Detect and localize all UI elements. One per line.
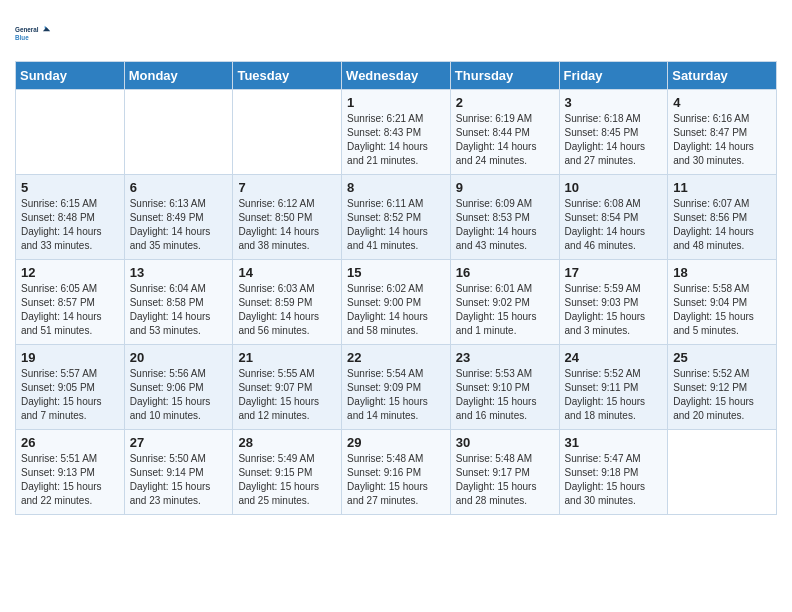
calendar-cell: 25Sunrise: 5:52 AMSunset: 9:12 PMDayligh… bbox=[668, 345, 777, 430]
day-header-wednesday: Wednesday bbox=[342, 62, 451, 90]
calendar-cell bbox=[668, 430, 777, 515]
calendar-cell: 28Sunrise: 5:49 AMSunset: 9:15 PMDayligh… bbox=[233, 430, 342, 515]
day-content: Sunrise: 6:03 AMSunset: 8:59 PMDaylight:… bbox=[238, 282, 336, 338]
day-header-tuesday: Tuesday bbox=[233, 62, 342, 90]
calendar-cell: 2Sunrise: 6:19 AMSunset: 8:44 PMDaylight… bbox=[450, 90, 559, 175]
week-row-3: 19Sunrise: 5:57 AMSunset: 9:05 PMDayligh… bbox=[16, 345, 777, 430]
calendar-cell: 1Sunrise: 6:21 AMSunset: 8:43 PMDaylight… bbox=[342, 90, 451, 175]
day-content: Sunrise: 6:21 AMSunset: 8:43 PMDaylight:… bbox=[347, 112, 445, 168]
calendar-cell: 8Sunrise: 6:11 AMSunset: 8:52 PMDaylight… bbox=[342, 175, 451, 260]
day-number: 14 bbox=[238, 265, 336, 280]
calendar-cell: 22Sunrise: 5:54 AMSunset: 9:09 PMDayligh… bbox=[342, 345, 451, 430]
day-number: 16 bbox=[456, 265, 554, 280]
day-number: 28 bbox=[238, 435, 336, 450]
day-content: Sunrise: 6:13 AMSunset: 8:49 PMDaylight:… bbox=[130, 197, 228, 253]
day-content: Sunrise: 5:48 AMSunset: 9:17 PMDaylight:… bbox=[456, 452, 554, 508]
header-row: SundayMondayTuesdayWednesdayThursdayFrid… bbox=[16, 62, 777, 90]
day-content: Sunrise: 6:16 AMSunset: 8:47 PMDaylight:… bbox=[673, 112, 771, 168]
calendar-cell: 26Sunrise: 5:51 AMSunset: 9:13 PMDayligh… bbox=[16, 430, 125, 515]
day-number: 1 bbox=[347, 95, 445, 110]
logo-icon: GeneralBlue bbox=[15, 15, 51, 51]
svg-text:Blue: Blue bbox=[15, 34, 29, 41]
day-header-monday: Monday bbox=[124, 62, 233, 90]
day-number: 24 bbox=[565, 350, 663, 365]
day-number: 21 bbox=[238, 350, 336, 365]
day-header-sunday: Sunday bbox=[16, 62, 125, 90]
calendar-cell: 18Sunrise: 5:58 AMSunset: 9:04 PMDayligh… bbox=[668, 260, 777, 345]
calendar-cell: 15Sunrise: 6:02 AMSunset: 9:00 PMDayligh… bbox=[342, 260, 451, 345]
calendar-cell: 19Sunrise: 5:57 AMSunset: 9:05 PMDayligh… bbox=[16, 345, 125, 430]
day-content: Sunrise: 5:59 AMSunset: 9:03 PMDaylight:… bbox=[565, 282, 663, 338]
calendar-cell: 30Sunrise: 5:48 AMSunset: 9:17 PMDayligh… bbox=[450, 430, 559, 515]
day-content: Sunrise: 6:15 AMSunset: 8:48 PMDaylight:… bbox=[21, 197, 119, 253]
calendar-cell: 9Sunrise: 6:09 AMSunset: 8:53 PMDaylight… bbox=[450, 175, 559, 260]
week-row-2: 12Sunrise: 6:05 AMSunset: 8:57 PMDayligh… bbox=[16, 260, 777, 345]
day-content: Sunrise: 6:02 AMSunset: 9:00 PMDaylight:… bbox=[347, 282, 445, 338]
calendar-cell: 20Sunrise: 5:56 AMSunset: 9:06 PMDayligh… bbox=[124, 345, 233, 430]
day-number: 3 bbox=[565, 95, 663, 110]
week-row-4: 26Sunrise: 5:51 AMSunset: 9:13 PMDayligh… bbox=[16, 430, 777, 515]
day-number: 4 bbox=[673, 95, 771, 110]
calendar-cell: 6Sunrise: 6:13 AMSunset: 8:49 PMDaylight… bbox=[124, 175, 233, 260]
day-content: Sunrise: 6:05 AMSunset: 8:57 PMDaylight:… bbox=[21, 282, 119, 338]
day-content: Sunrise: 5:53 AMSunset: 9:10 PMDaylight:… bbox=[456, 367, 554, 423]
day-content: Sunrise: 5:52 AMSunset: 9:11 PMDaylight:… bbox=[565, 367, 663, 423]
day-number: 19 bbox=[21, 350, 119, 365]
calendar-cell: 5Sunrise: 6:15 AMSunset: 8:48 PMDaylight… bbox=[16, 175, 125, 260]
day-number: 20 bbox=[130, 350, 228, 365]
day-header-saturday: Saturday bbox=[668, 62, 777, 90]
day-content: Sunrise: 6:07 AMSunset: 8:56 PMDaylight:… bbox=[673, 197, 771, 253]
day-header-friday: Friday bbox=[559, 62, 668, 90]
calendar-cell: 17Sunrise: 5:59 AMSunset: 9:03 PMDayligh… bbox=[559, 260, 668, 345]
day-number: 27 bbox=[130, 435, 228, 450]
day-number: 6 bbox=[130, 180, 228, 195]
calendar-cell: 29Sunrise: 5:48 AMSunset: 9:16 PMDayligh… bbox=[342, 430, 451, 515]
day-number: 2 bbox=[456, 95, 554, 110]
day-number: 22 bbox=[347, 350, 445, 365]
week-row-1: 5Sunrise: 6:15 AMSunset: 8:48 PMDaylight… bbox=[16, 175, 777, 260]
calendar-cell: 13Sunrise: 6:04 AMSunset: 8:58 PMDayligh… bbox=[124, 260, 233, 345]
svg-text:General: General bbox=[15, 26, 39, 33]
day-content: Sunrise: 5:50 AMSunset: 9:14 PMDaylight:… bbox=[130, 452, 228, 508]
day-content: Sunrise: 5:47 AMSunset: 9:18 PMDaylight:… bbox=[565, 452, 663, 508]
day-number: 15 bbox=[347, 265, 445, 280]
day-content: Sunrise: 5:49 AMSunset: 9:15 PMDaylight:… bbox=[238, 452, 336, 508]
day-content: Sunrise: 5:51 AMSunset: 9:13 PMDaylight:… bbox=[21, 452, 119, 508]
calendar-cell: 4Sunrise: 6:16 AMSunset: 8:47 PMDaylight… bbox=[668, 90, 777, 175]
day-header-thursday: Thursday bbox=[450, 62, 559, 90]
calendar-table: SundayMondayTuesdayWednesdayThursdayFrid… bbox=[15, 61, 777, 515]
calendar-cell: 3Sunrise: 6:18 AMSunset: 8:45 PMDaylight… bbox=[559, 90, 668, 175]
day-number: 26 bbox=[21, 435, 119, 450]
day-content: Sunrise: 6:11 AMSunset: 8:52 PMDaylight:… bbox=[347, 197, 445, 253]
day-number: 17 bbox=[565, 265, 663, 280]
day-number: 18 bbox=[673, 265, 771, 280]
calendar-cell bbox=[124, 90, 233, 175]
calendar-cell: 31Sunrise: 5:47 AMSunset: 9:18 PMDayligh… bbox=[559, 430, 668, 515]
day-content: Sunrise: 6:01 AMSunset: 9:02 PMDaylight:… bbox=[456, 282, 554, 338]
day-content: Sunrise: 5:52 AMSunset: 9:12 PMDaylight:… bbox=[673, 367, 771, 423]
day-number: 25 bbox=[673, 350, 771, 365]
calendar-cell: 7Sunrise: 6:12 AMSunset: 8:50 PMDaylight… bbox=[233, 175, 342, 260]
day-content: Sunrise: 6:04 AMSunset: 8:58 PMDaylight:… bbox=[130, 282, 228, 338]
page-header: GeneralBlue bbox=[15, 15, 777, 51]
day-number: 30 bbox=[456, 435, 554, 450]
calendar-cell: 23Sunrise: 5:53 AMSunset: 9:10 PMDayligh… bbox=[450, 345, 559, 430]
day-content: Sunrise: 6:18 AMSunset: 8:45 PMDaylight:… bbox=[565, 112, 663, 168]
day-content: Sunrise: 5:56 AMSunset: 9:06 PMDaylight:… bbox=[130, 367, 228, 423]
calendar-cell: 21Sunrise: 5:55 AMSunset: 9:07 PMDayligh… bbox=[233, 345, 342, 430]
calendar-cell: 14Sunrise: 6:03 AMSunset: 8:59 PMDayligh… bbox=[233, 260, 342, 345]
day-number: 10 bbox=[565, 180, 663, 195]
day-number: 23 bbox=[456, 350, 554, 365]
calendar-cell: 10Sunrise: 6:08 AMSunset: 8:54 PMDayligh… bbox=[559, 175, 668, 260]
calendar-cell: 27Sunrise: 5:50 AMSunset: 9:14 PMDayligh… bbox=[124, 430, 233, 515]
day-number: 8 bbox=[347, 180, 445, 195]
day-number: 9 bbox=[456, 180, 554, 195]
day-number: 12 bbox=[21, 265, 119, 280]
day-content: Sunrise: 5:58 AMSunset: 9:04 PMDaylight:… bbox=[673, 282, 771, 338]
calendar-cell: 24Sunrise: 5:52 AMSunset: 9:11 PMDayligh… bbox=[559, 345, 668, 430]
day-content: Sunrise: 5:54 AMSunset: 9:09 PMDaylight:… bbox=[347, 367, 445, 423]
logo: GeneralBlue bbox=[15, 15, 51, 51]
week-row-0: 1Sunrise: 6:21 AMSunset: 8:43 PMDaylight… bbox=[16, 90, 777, 175]
day-number: 29 bbox=[347, 435, 445, 450]
day-number: 13 bbox=[130, 265, 228, 280]
